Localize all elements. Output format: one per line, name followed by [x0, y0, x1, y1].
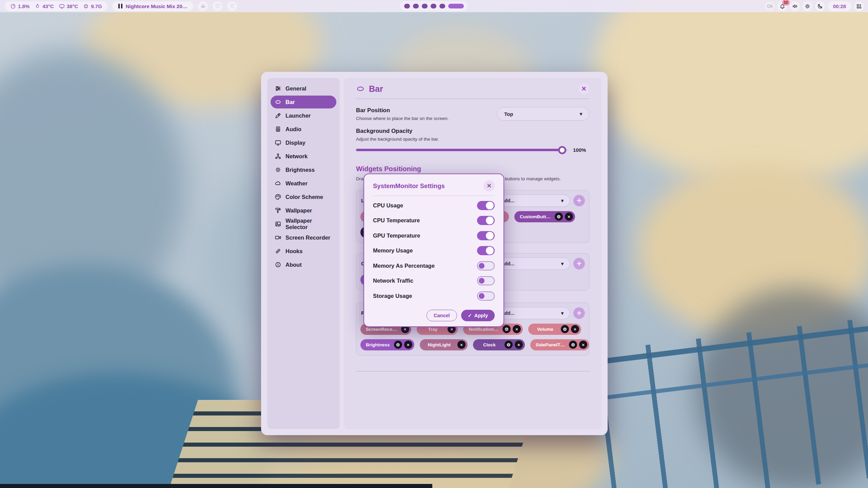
sidebar-item-display[interactable]: Display	[271, 136, 336, 149]
widget-chip-volume[interactable]: Volume ⚙ ×	[528, 324, 581, 335]
sidebar-item-wallpaper[interactable]: Wallpaper	[271, 204, 336, 217]
close-icon[interactable]: ×	[457, 341, 466, 349]
close-icon[interactable]: ×	[571, 325, 579, 333]
sidebar-item-brightness[interactable]: Brightness	[271, 163, 336, 176]
widget-chip-nightlight[interactable]: NightLight ×	[420, 339, 468, 350]
close-icon[interactable]: ×	[404, 341, 412, 349]
left-add-widget-button[interactable]: +	[573, 195, 585, 206]
gear-icon[interactable]: ⚙	[394, 341, 402, 349]
opacity-slider[interactable]	[356, 149, 568, 151]
cancel-button[interactable]: Cancel	[427, 310, 457, 321]
skull-icon[interactable]: ☠	[198, 1, 208, 11]
sidebar-item-general[interactable]: General	[271, 82, 336, 95]
gear-icon[interactable]: ⚙	[569, 341, 577, 349]
apply-button[interactable]: ✓Apply	[461, 310, 495, 321]
widget-chip-custombutton[interactable]: CustomButt… ⚙ ×	[514, 211, 575, 222]
sidebar-item-network[interactable]: Network	[271, 150, 336, 163]
notification-badge: 10	[782, 0, 790, 5]
cpu-usage-toggle[interactable]	[477, 201, 495, 210]
gear-icon[interactable]: ⚙	[502, 325, 511, 333]
sidebar-item-screen-recorder[interactable]: Screen Recorder	[271, 231, 336, 244]
background-opacity-label: Background Opacity	[356, 128, 439, 135]
paint-roller-icon	[275, 207, 281, 214]
sidebar-item-wallpaper-selector[interactable]: Wallpaper Selector	[271, 218, 336, 230]
modal-close-button[interactable]: ✕	[484, 180, 495, 191]
workspace-dot[interactable]	[431, 4, 436, 8]
window-close-button[interactable]: ✕	[578, 83, 589, 94]
sidebar-item-color-scheme[interactable]: Color Scheme	[271, 190, 336, 203]
sidebar-item-hooks[interactable]: Hooks	[271, 245, 336, 258]
desktop: 1.8% 43°C 38°C 9.7G Nightcore Music Mix …	[0, 0, 868, 488]
grid-plus-icon	[856, 3, 862, 9]
monitor-icon	[275, 139, 281, 146]
close-icon[interactable]: ×	[513, 325, 521, 333]
media-title: Nightcore Music Mix 20…	[126, 3, 188, 9]
cpu-temp-stat: 43°C	[35, 3, 54, 9]
screen-record-button[interactable]	[765, 1, 775, 11]
gpu-temperature-toggle[interactable]	[477, 231, 495, 240]
slider-knob[interactable]	[558, 146, 566, 154]
volume-button[interactable]	[790, 1, 800, 11]
clock[interactable]: 00:28	[828, 1, 851, 11]
workspace-active-dot[interactable]	[448, 4, 464, 8]
sliders-icon	[275, 85, 281, 92]
close-icon[interactable]: ×	[565, 212, 573, 221]
network-traffic-toggle[interactable]	[477, 276, 495, 285]
close-icon[interactable]: ×	[515, 341, 523, 349]
gear-icon[interactable]: ⚙	[505, 341, 513, 349]
sidebar-item-audio[interactable]: Audio	[271, 123, 336, 136]
volume-icon	[792, 3, 798, 9]
speaker-box-icon	[275, 126, 281, 133]
memory-as-percentage-toggle[interactable]	[477, 261, 495, 270]
close-icon: ✕	[581, 85, 586, 93]
pause-icon	[118, 4, 122, 8]
workspace-dot[interactable]	[413, 4, 419, 8]
bar-position-description: Choose where to place the bar on the scr…	[356, 116, 449, 121]
bar-position-dropdown[interactable]: Top ▾	[497, 107, 589, 121]
side-panel-button[interactable]	[854, 1, 864, 11]
wallpaper-foliage	[593, 0, 868, 186]
pill-icon	[275, 99, 281, 105]
info-icon	[275, 261, 281, 268]
workspace-indicator[interactable]	[400, 1, 468, 11]
gpu-temp-stat: 38°C	[59, 3, 78, 9]
palette-icon	[275, 194, 281, 200]
memory-usage-toggle[interactable]	[477, 246, 495, 255]
memory-stat: 9.7G	[83, 3, 102, 9]
night-light-button[interactable]	[815, 1, 825, 11]
brightness-button[interactable]	[803, 1, 812, 11]
widget-chip-clock[interactable]: Clock ⚙ ×	[473, 339, 525, 350]
widget-chip-brightness[interactable]: Brightness ⚙ ×	[360, 339, 414, 350]
toggle-row-memory-usage: Memory Usage	[373, 243, 495, 259]
chip-icon	[83, 3, 89, 9]
notifications-button[interactable]: 10	[777, 1, 787, 11]
close-icon[interactable]: ×	[579, 341, 587, 349]
heart-icon[interactable]: ♡	[213, 1, 222, 11]
chevron-down-icon: ▾	[561, 198, 564, 203]
media-player-pill[interactable]: Nightcore Music Mix 20…	[112, 1, 194, 11]
storage-usage-toggle[interactable]	[477, 291, 495, 301]
gear-icon[interactable]: ⚙	[561, 325, 569, 333]
system-stats-pill[interactable]: 1.8% 43°C 38°C 9.7G	[5, 1, 107, 11]
center-add-widget-button[interactable]: +	[573, 258, 585, 269]
workspace-dot[interactable]	[422, 4, 428, 8]
page-title: Bar	[356, 84, 383, 94]
heart-icon[interactable]: ♡	[227, 1, 237, 11]
wallpaper-shadow	[0, 484, 432, 488]
right-add-widget-button[interactable]: +	[573, 307, 585, 319]
sidebar-item-about[interactable]: About	[271, 258, 336, 271]
widgets-positioning-title: Widgets Positioning	[356, 165, 589, 173]
sidebar-item-weather[interactable]: Weather	[271, 177, 336, 190]
sidebar-item-bar[interactable]: Bar	[271, 96, 336, 108]
chevron-down-icon: ▾	[561, 310, 564, 316]
chevron-down-icon: ▾	[580, 111, 582, 117]
gear-icon[interactable]: ⚙	[555, 212, 563, 221]
sidebar-item-launcher[interactable]: Launcher	[271, 109, 336, 122]
speedometer-icon	[10, 3, 16, 9]
widget-chip-sidepaneltoggle[interactable]: SidePanelT… ⚙ ×	[530, 339, 589, 350]
toggle-row-cpu-usage: CPU Usage	[373, 198, 495, 213]
workspace-dot[interactable]	[404, 4, 410, 8]
workspace-dot[interactable]	[439, 4, 445, 8]
cpu-temperature-toggle[interactable]	[477, 216, 495, 225]
cloud-icon	[275, 180, 281, 187]
